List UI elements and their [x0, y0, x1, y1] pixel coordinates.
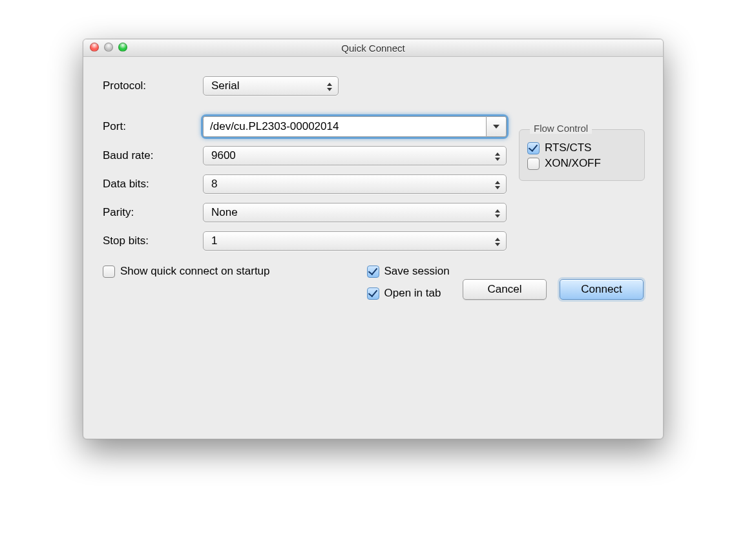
stepper-icon [325, 79, 334, 94]
flow-control-title: Flow Control [530, 123, 592, 134]
parity-label: Parity: [103, 206, 203, 219]
open-in-tab-label: Open in tab [384, 287, 441, 300]
open-in-tab-checkbox[interactable] [367, 287, 379, 300]
stepper-icon [493, 149, 502, 163]
cancel-button[interactable]: Cancel [463, 279, 547, 300]
window-title: Quick Connect [341, 43, 404, 54]
cancel-button-label: Cancel [488, 283, 522, 296]
quick-connect-window: Quick Connect Protocol: Serial Port: Bau… [83, 39, 664, 439]
protocol-label: Protocol: [103, 79, 203, 92]
baud-value: 9600 [211, 149, 236, 162]
save-session-row[interactable]: Save session [367, 265, 450, 278]
xon-xoff-checkbox[interactable] [527, 158, 540, 170]
save-session-label: Save session [384, 265, 450, 278]
port-label: Port: [103, 120, 203, 133]
port-input[interactable] [203, 116, 486, 137]
baud-select[interactable]: 9600 [203, 146, 507, 165]
minimize-icon[interactable] [104, 43, 113, 52]
show-on-startup-row[interactable]: Show quick connect on startup [103, 265, 270, 278]
xon-xoff-row[interactable]: XON/XOFF [527, 157, 636, 170]
dialog-body: Protocol: Serial Port: Baud rate: 9600 D… [83, 57, 663, 313]
connect-button[interactable]: Connect [560, 279, 644, 300]
stepper-icon [493, 235, 502, 249]
save-session-checkbox[interactable] [367, 266, 379, 278]
parity-value: None [211, 206, 238, 219]
parity-row: Parity: None [103, 203, 644, 222]
rts-cts-checkbox[interactable] [527, 142, 540, 154]
protocol-row: Protocol: Serial [103, 76, 644, 96]
stopbits-value: 1 [211, 235, 217, 247]
show-on-startup-label: Show quick connect on startup [120, 265, 270, 278]
stepper-icon [493, 178, 502, 192]
show-on-startup-checkbox[interactable] [103, 266, 115, 278]
stepper-icon [493, 206, 502, 220]
rts-cts-label: RTS/CTS [545, 141, 591, 154]
port-combobox [203, 116, 507, 137]
protocol-select[interactable]: Serial [203, 76, 339, 96]
connect-button-label: Connect [581, 283, 622, 296]
bottom-right-col: Save session Open in tab [367, 265, 450, 300]
databits-value: 8 [211, 178, 217, 191]
databits-label: Data bits: [103, 178, 203, 191]
baud-label: Baud rate: [103, 149, 203, 162]
dialog-buttons: Cancel Connect [463, 279, 644, 300]
flow-control-group: Flow Control RTS/CTS XON/XOFF [519, 129, 645, 181]
stopbits-label: Stop bits: [103, 235, 203, 247]
xon-xoff-label: XON/XOFF [545, 157, 601, 170]
stopbits-select[interactable]: 1 [203, 231, 507, 251]
stopbits-row: Stop bits: 1 [103, 231, 644, 251]
traffic-lights [90, 43, 127, 52]
open-in-tab-row[interactable]: Open in tab [367, 287, 450, 300]
databits-select[interactable]: 8 [203, 174, 507, 194]
port-dropdown-button[interactable] [486, 116, 507, 137]
bottom-left-col: Show quick connect on startup [103, 265, 270, 300]
close-icon[interactable] [90, 43, 99, 52]
zoom-icon[interactable] [118, 43, 127, 52]
rts-cts-row[interactable]: RTS/CTS [527, 141, 636, 154]
parity-select[interactable]: None [203, 203, 507, 222]
titlebar: Quick Connect [83, 39, 663, 57]
protocol-value: Serial [211, 79, 239, 92]
